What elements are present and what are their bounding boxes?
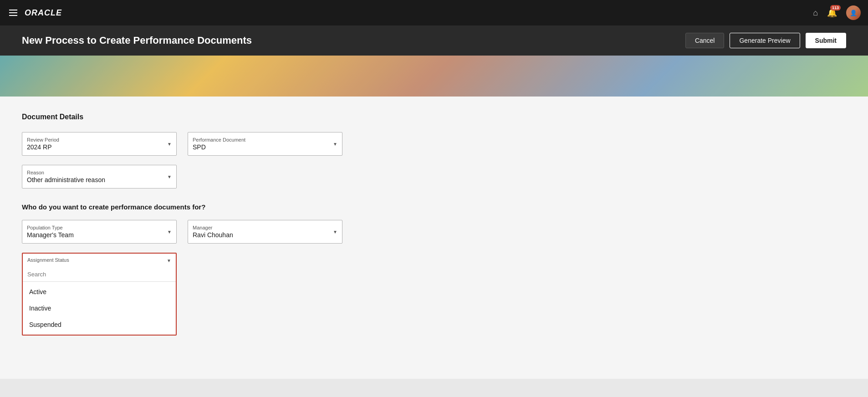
- assignment-status-search[interactable]: [27, 270, 171, 279]
- form-row-1: Review Period 2024 RP ▼ Performance Docu…: [22, 132, 846, 156]
- oracle-logo: ORACLE: [25, 8, 62, 18]
- cancel-button[interactable]: Cancel: [685, 33, 725, 48]
- assignment-status-list: Active Inactive Suspended: [23, 282, 176, 335]
- manager-value: Ravi Chouhan: [193, 231, 326, 239]
- option-suspended[interactable]: Suspended: [23, 316, 176, 333]
- performance-document-select[interactable]: Performance Document SPD ▼: [188, 132, 342, 156]
- assignment-status-label: Assignment Status: [27, 257, 69, 263]
- population-type-value: Manager's Team: [27, 231, 160, 239]
- manager-chevron: ▼: [333, 229, 337, 234]
- notification-icon[interactable]: 🔔 113: [827, 8, 837, 18]
- who-row-1: Population Type Manager's Team ▼ Manager…: [22, 220, 846, 244]
- review-period-label: Review Period: [27, 137, 160, 143]
- manager-field: Manager Ravi Chouhan ▼: [188, 220, 342, 244]
- who-row-2: Assignment Status ▼ Active Inactive Susp…: [22, 253, 846, 336]
- page-title: New Process to Create Performance Docume…: [22, 35, 252, 46]
- home-icon[interactable]: ⌂: [813, 8, 818, 18]
- review-period-field: Review Period 2024 RP ▼: [22, 132, 177, 156]
- document-details-section: Document Details Review Period 2024 RP ▼…: [22, 113, 846, 188]
- review-period-chevron: ▼: [167, 142, 172, 147]
- reason-label: Reason: [27, 170, 160, 175]
- page-header: New Process to Create Performance Docume…: [0, 25, 868, 56]
- decorative-banner: [0, 56, 868, 97]
- assignment-status-dropdown: Assignment Status ▼ Active Inactive Susp…: [22, 253, 177, 336]
- header-actions: Cancel Generate Preview Submit: [685, 33, 846, 48]
- who-section: Who do you want to create performance do…: [22, 203, 846, 336]
- option-inactive[interactable]: Inactive: [23, 300, 176, 316]
- performance-document-chevron: ▼: [333, 142, 337, 147]
- dropdown-search-row: [23, 267, 176, 282]
- assignment-status-header[interactable]: Assignment Status ▼: [23, 254, 176, 267]
- option-active[interactable]: Active: [23, 284, 176, 300]
- avatar[interactable]: 👤: [846, 5, 861, 20]
- assignment-status-field: Assignment Status ▼ Active Inactive Susp…: [22, 253, 177, 336]
- population-type-select[interactable]: Population Type Manager's Team ▼: [22, 220, 177, 244]
- performance-document-field: Performance Document SPD ▼: [188, 132, 342, 156]
- nav-right: ⌂ 🔔 113 👤: [813, 5, 861, 20]
- performance-document-label: Performance Document: [193, 137, 326, 143]
- assignment-status-chevron: ▼: [167, 258, 171, 263]
- population-type-field: Population Type Manager's Team ▼: [22, 220, 177, 244]
- reason-field: Reason Other administrative reason ▼: [22, 165, 177, 188]
- reason-select[interactable]: Reason Other administrative reason ▼: [22, 165, 177, 188]
- notification-badge: 113: [830, 5, 841, 10]
- generate-preview-button[interactable]: Generate Preview: [730, 33, 800, 48]
- who-title: Who do you want to create performance do…: [22, 203, 846, 211]
- document-details-title: Document Details: [22, 113, 846, 121]
- population-type-chevron: ▼: [167, 229, 172, 234]
- avatar-image: 👤: [846, 5, 861, 20]
- top-navigation: ORACLE ⌂ 🔔 113 👤: [0, 0, 868, 25]
- review-period-select[interactable]: Review Period 2024 RP ▼: [22, 132, 177, 156]
- manager-label: Manager: [193, 225, 326, 230]
- reason-chevron: ▼: [167, 174, 172, 179]
- population-type-label: Population Type: [27, 225, 160, 230]
- hamburger-menu[interactable]: [7, 8, 19, 18]
- performance-document-value: SPD: [193, 143, 326, 151]
- reason-value: Other administrative reason: [27, 176, 160, 183]
- manager-select[interactable]: Manager Ravi Chouhan ▼: [188, 220, 342, 244]
- main-content: Document Details Review Period 2024 RP ▼…: [0, 97, 868, 379]
- nav-left: ORACLE: [7, 8, 62, 18]
- form-row-2: Reason Other administrative reason ▼: [22, 165, 846, 188]
- review-period-value: 2024 RP: [27, 143, 160, 151]
- submit-button[interactable]: Submit: [806, 33, 846, 48]
